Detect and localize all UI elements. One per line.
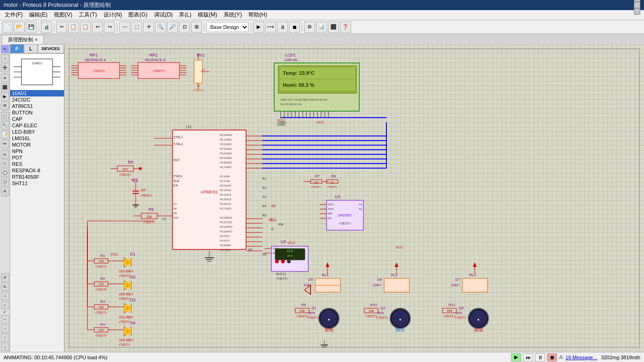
title-bar: motor - Proteus 8 Professional - 原理图绘制 ─… — [0, 0, 644, 10]
svg-text:SHT11: SHT11 — [276, 272, 286, 276]
device-button[interactable]: BUTTON — [10, 109, 64, 116]
tool-sep3 — [1, 149, 9, 149]
tab-close-icon[interactable]: × — [35, 37, 38, 42]
tab-schematic[interactable]: 原理图绘制 × — [2, 35, 44, 44]
close-button[interactable]: × — [634, 8, 640, 15]
device-10a01[interactable]: 10A01 — [10, 90, 64, 96]
tb-step[interactable]: ⟶ — [265, 22, 276, 33]
gnd-symbols — [205, 251, 328, 347]
menu-design[interactable]: 设计(N) — [101, 10, 125, 20]
tb-zoom-fit[interactable]: ⊡ — [179, 22, 190, 33]
sidebar-p-button[interactable]: P — [10, 44, 24, 53]
tool-terminal[interactable]: ⟳ — [1, 102, 9, 110]
sim-stop-button[interactable]: ⏹ — [547, 353, 557, 362]
tool-flip-v[interactable]: ↕ — [1, 301, 9, 309]
tool-graph[interactable]: 🔧 — [1, 121, 9, 130]
device-pot[interactable]: POT — [10, 154, 64, 161]
tb-zoom-in[interactable]: 🔍 — [155, 22, 166, 33]
tool-rect[interactable]: □ — [1, 159, 9, 168]
maximize-button[interactable]: □ — [634, 2, 640, 8]
tool-rotate-ccw[interactable]: ↺ — [1, 273, 9, 282]
device-res[interactable]: RES — [10, 161, 64, 167]
tb-netlist[interactable]: 📊 — [316, 22, 327, 33]
menu-edit[interactable]: 编辑(E) — [26, 10, 50, 20]
design-select[interactable]: Base Design — [206, 22, 249, 32]
tb-save[interactable]: 💾 — [26, 22, 37, 33]
tb-print[interactable]: 🖨 — [41, 22, 52, 33]
tb-prop[interactable]: ⚙ — [304, 22, 315, 33]
sim-step-button[interactable]: ⏭ — [523, 353, 533, 362]
tool-tape[interactable]: 📝 — [1, 130, 9, 139]
tb-copy[interactable]: 📋 — [68, 22, 79, 33]
device-respack8[interactable]: RESPACK-8 — [10, 167, 64, 174]
menu-graph[interactable]: 图表(G) — [126, 10, 150, 20]
sim-pause-button[interactable]: ⏸ — [535, 353, 545, 362]
svg-text:D2: D2 — [130, 275, 136, 279]
tb-wire[interactable]: 〰 — [119, 22, 130, 33]
svg-text:<TEXT>: <TEXT> — [311, 186, 322, 188]
menu-template[interactable]: 模版(M) — [195, 10, 220, 20]
tb-new[interactable]: 📄 — [2, 22, 13, 33]
tool-device-pins[interactable]: ⬚ — [1, 112, 9, 120]
svg-text:R7: R7 — [315, 174, 320, 178]
sim-play-button[interactable]: ▶ — [511, 353, 521, 362]
tb-run[interactable]: ▶ — [253, 22, 264, 33]
tb-zoom-full[interactable]: ⊞ — [191, 22, 202, 33]
svg-text:Humi: 50.3 %: Humi: 50.3 % — [283, 82, 315, 88]
messages-text[interactable]: 16 Message... — [565, 355, 597, 360]
tool-circle[interactable]: ◯ — [1, 169, 9, 177]
tb-help[interactable]: ❓ — [340, 22, 351, 33]
tool-junction[interactable]: ➕ — [1, 63, 9, 72]
tool-select[interactable]: ↖ — [1, 45, 9, 53]
tb-zoom-out[interactable]: 🔎 — [167, 22, 178, 33]
menu-help[interactable]: 帮助(H) — [246, 10, 270, 20]
device-motor[interactable]: MOTOR — [10, 141, 64, 148]
tb-pcb[interactable]: ⬛ — [328, 22, 339, 33]
menu-view[interactable]: 视图(V) — [51, 10, 75, 20]
menu-file[interactable]: 文件(F) — [2, 10, 25, 20]
d4-led: D4 LED-BIBY <TEXT> — [119, 321, 136, 346]
svg-text:RL3: RL3 — [469, 273, 476, 277]
menu-library[interactable]: 库(L) — [176, 10, 194, 20]
tool-wire[interactable]: ≡ — [1, 74, 9, 82]
tool-line[interactable]: ═ — [1, 150, 9, 158]
device-sht11[interactable]: SHT11 — [10, 180, 64, 187]
tool-subcirc[interactable]: ▶ — [1, 92, 9, 101]
tool-zoom-down[interactable]: ↓ — [1, 343, 9, 351]
tb-paste[interactable]: 📋 — [80, 22, 91, 33]
svg-text:A5: A5 — [248, 248, 253, 251]
device-at89c51[interactable]: AT89C51 — [10, 103, 64, 109]
tool-gen[interactable]: ✏ — [1, 140, 9, 148]
tb-pause[interactable]: ⏸ — [277, 22, 288, 33]
svg-text:SCK: SCK — [273, 247, 278, 250]
menu-system[interactable]: 系统(Y) — [221, 10, 245, 20]
tool-text[interactable]: A — [1, 187, 9, 195]
tool-pan-left[interactable]: ← — [1, 315, 9, 323]
tool-bus[interactable]: ⬛ — [1, 83, 9, 91]
tb-move[interactable]: ✛ — [143, 22, 154, 33]
svg-text:确认: 确认 — [269, 218, 276, 222]
tool-flip-h[interactable]: ↔ — [1, 292, 9, 300]
device-npn[interactable]: NPN — [10, 148, 64, 154]
tb-cut[interactable]: ✂ — [56, 22, 67, 33]
tool-rotate-cw[interactable]: ↻ — [1, 283, 9, 291]
tool-pan-right[interactable]: → — [1, 324, 9, 333]
tb-stop[interactable]: ⏹ — [289, 22, 300, 33]
tb-comp[interactable]: ⬚ — [131, 22, 142, 33]
tool-component[interactable]: → — [1, 54, 9, 62]
tb-open[interactable]: 📂 — [14, 22, 25, 33]
device-24c02c[interactable]: 24C02C — [10, 96, 64, 103]
tb-undo[interactable]: ↩ — [92, 22, 103, 33]
menu-debug[interactable]: 调试(D) — [151, 10, 176, 20]
canvas-area[interactable]: RP1 RESPACK-8 <TEXT> RP2 RESPACK-8 — [64, 44, 644, 352]
tb-redo[interactable]: ↪ — [104, 22, 115, 33]
device-cap-elec[interactable]: CAP-ELEC — [10, 122, 64, 129]
menu-tools[interactable]: 工具(T) — [76, 10, 99, 20]
device-cap[interactable]: CAP — [10, 116, 64, 122]
device-led-biby[interactable]: LED-BIBY — [10, 129, 64, 135]
sidebar-l-button[interactable]: L — [24, 44, 38, 53]
device-lm016l[interactable]: LM016L — [10, 135, 64, 141]
tool-arc[interactable]: ⬠ — [1, 178, 9, 186]
device-rtb14050f[interactable]: RTB14050F — [10, 174, 64, 180]
tool-zoom-up[interactable]: ↑ — [1, 334, 9, 342]
